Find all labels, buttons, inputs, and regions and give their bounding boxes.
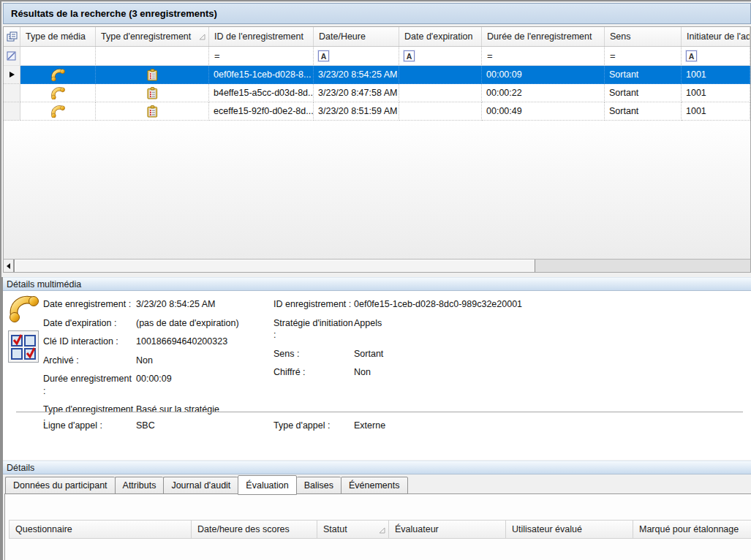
field-label: Date enregistrement :	[43, 298, 136, 311]
cell-datetime: 3/23/20 8:54:25 AM	[314, 66, 399, 84]
recording-search-window: Résultats de la recherche (3 enregistrem…	[0, 0, 751, 560]
details-tab-strip: Données du participant Attributs Journal…	[5, 475, 408, 494]
cell-record-id: b4effe15-a5cc-d03d-8d...	[209, 84, 314, 102]
field-value: SBC	[136, 420, 155, 432]
tab-evaluation[interactable]: Évaluation	[238, 475, 296, 495]
column-header-score-datetime[interactable]: Date/heure des scores	[192, 520, 317, 539]
cell-direction: Sortant	[605, 84, 682, 102]
evaluation-header-row: Questionnaire Date/heure des scores Stat…	[9, 520, 751, 539]
field-chooser-icon	[7, 31, 18, 42]
column-header-initiator[interactable]: Initiateur de l'adre	[682, 27, 750, 47]
column-header-questionnaire[interactable]: Questionnaire	[9, 520, 192, 539]
field-value: Sortant	[354, 348, 383, 360]
clear-filter-button[interactable]	[4, 47, 20, 65]
field-label: Type d'appel :	[273, 420, 354, 432]
text-filter-icon[interactable]: A	[318, 50, 329, 61]
cell-expiration	[399, 66, 482, 84]
cell-initiator: 1001	[682, 102, 750, 121]
section-divider	[16, 412, 743, 412]
evaluation-tab-content: Questionnaire Date/heure des scores Stat…	[4, 493, 751, 560]
filter-expiration[interactable]: A	[399, 47, 482, 65]
filter-record-type[interactable]	[96, 47, 209, 65]
column-header-evaluator[interactable]: Évaluateur	[389, 520, 506, 539]
field-value: (pas de date d'expiration)	[136, 317, 239, 330]
field-label: Stratégie d'initiation :	[273, 317, 354, 341]
field-value: 0ef0fe15-1ceb-d028-8dc0-989c32e20001	[354, 298, 522, 311]
results-empty-area	[4, 121, 750, 259]
media-details-header: Détails multimédia	[3, 277, 751, 291]
details-panel: Détails Données du participant Attributs…	[1, 460, 751, 560]
field-label: ID enregistrement :	[273, 298, 354, 311]
scroll-left-button[interactable]	[4, 260, 14, 272]
record-type-policy-icon	[96, 84, 209, 102]
sort-ascending-icon	[199, 32, 205, 42]
cell-expiration	[399, 84, 482, 102]
column-header-calibration[interactable]: Marqué pour étalonnage	[633, 520, 751, 539]
table-row[interactable]: b4effe15-a5cc-d03d-8d... 3/23/20 8:47:58…	[4, 84, 750, 102]
filter-row: = A A = = A	[4, 47, 750, 66]
text-filter-icon[interactable]: A	[404, 50, 415, 61]
column-header-evaluated-user[interactable]: Utilisateur évalué	[506, 520, 633, 539]
cell-expiration	[399, 102, 482, 121]
tab-journal-d-audit[interactable]: Journal d'audit	[163, 477, 238, 494]
column-header-duration[interactable]: Durée de l'enregistrement	[482, 27, 605, 47]
equals-filter-icon[interactable]: =	[485, 50, 493, 61]
field-value: Non	[136, 355, 153, 367]
cell-record-id: 0ef0fe15-1ceb-d028-8...	[209, 66, 314, 84]
record-type-policy-icon	[96, 66, 209, 84]
results-header-row: Type de média Type d'enregistrement ID d…	[4, 27, 750, 47]
column-header-status[interactable]: Statut	[317, 520, 389, 539]
record-type-policy-icon	[96, 102, 209, 121]
tab-balises[interactable]: Balises	[297, 477, 341, 494]
cell-initiator: 1001	[682, 84, 750, 102]
field-value: 00:00:09	[136, 373, 172, 397]
column-header-record-id[interactable]: ID de l'enregistrement	[209, 27, 314, 47]
table-row[interactable]: eceffe15-92f0-d0e2-8d... 3/23/20 8:51:59…	[4, 102, 750, 121]
media-fields-left: Date enregistrement :3/23/20 8:54:25 AM …	[43, 298, 239, 434]
equals-filter-icon[interactable]: =	[608, 50, 616, 61]
row-selector	[4, 84, 20, 102]
tab-donnees-du-participant[interactable]: Données du participant	[5, 477, 115, 494]
text-filter-icon[interactable]: A	[686, 50, 697, 61]
column-header-record-type[interactable]: Type d'enregistrement	[96, 27, 209, 47]
call-type-field: Type d'appel :Externe	[273, 420, 385, 439]
column-header-direction[interactable]: Sens	[605, 27, 682, 47]
field-value: Non	[354, 366, 371, 379]
field-value: 100186694640200323	[136, 336, 227, 348]
tab-evenements[interactable]: Événements	[341, 477, 407, 494]
sort-ascending-icon	[379, 526, 385, 536]
left-arrow-icon	[7, 263, 10, 269]
field-chooser-button[interactable]	[4, 27, 20, 47]
field-label: Ligne d'appel :	[43, 420, 136, 432]
table-row[interactable]: 0ef0fe15-1ceb-d028-8... 3/23/20 8:54:25 …	[4, 66, 750, 84]
filter-direction[interactable]: =	[605, 47, 682, 65]
filter-media-type[interactable]	[20, 47, 96, 65]
field-value: Appels	[354, 317, 382, 341]
call-line-field: Ligne d'appel :SBC	[43, 420, 155, 439]
results-grid: Type de média Type d'enregistrement ID d…	[3, 26, 751, 259]
phone-media-icon	[20, 84, 96, 102]
current-row-indicator	[4, 66, 20, 84]
horizontal-scrollbar[interactable]	[3, 259, 751, 273]
cell-duration: 00:00:49	[482, 102, 605, 121]
equals-filter-icon[interactable]: =	[212, 50, 220, 61]
field-label: Date d'expiration :	[43, 317, 136, 330]
column-header-datetime[interactable]: Date/Heure	[314, 27, 399, 47]
column-header-media-type[interactable]: Type de média	[20, 27, 96, 47]
filter-duration[interactable]: =	[482, 47, 605, 65]
cell-direction: Sortant	[605, 66, 682, 84]
clear-filter-icon	[7, 51, 17, 61]
cell-initiator: 1001	[682, 66, 750, 84]
filter-record-id[interactable]: =	[209, 47, 314, 65]
filter-datetime[interactable]: A	[314, 47, 399, 65]
media-details-panel: Détails multimédia Date enregistrement :…	[1, 277, 751, 460]
field-label: Durée enregistrement :	[43, 373, 136, 397]
tab-attributs[interactable]: Attributs	[115, 477, 164, 494]
results-title-bar: Résultats de la recherche (3 enregistrem…	[3, 3, 751, 24]
field-label: Clé ID interaction :	[43, 336, 136, 348]
cell-duration: 00:00:22	[482, 84, 605, 102]
scrollbar-thumb[interactable]	[14, 260, 535, 272]
column-header-expiration[interactable]: Date d'expiration	[399, 27, 482, 47]
filter-initiator[interactable]: A	[682, 47, 750, 65]
cell-datetime: 3/23/20 8:51:59 AM	[314, 102, 399, 121]
